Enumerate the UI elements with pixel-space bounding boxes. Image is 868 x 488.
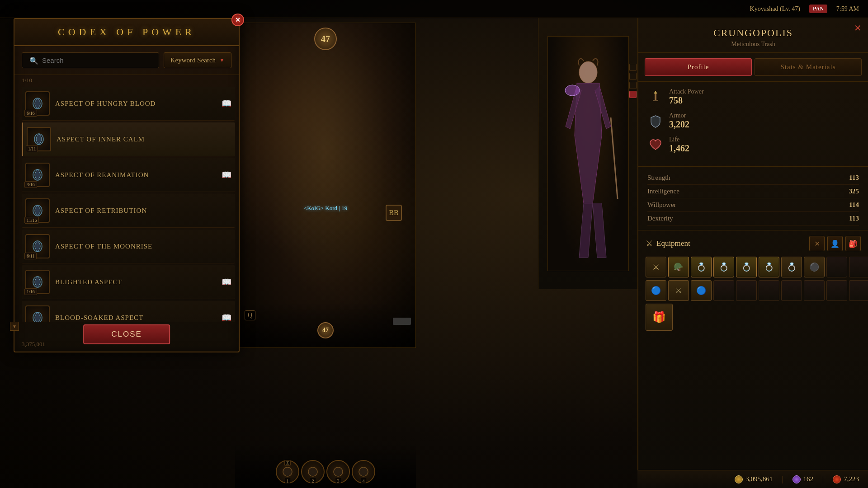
equip-item-icon: 💍 bbox=[738, 258, 755, 276]
armor-value: 3,202 bbox=[669, 119, 859, 130]
scroll-down-button[interactable]: ▼ bbox=[10, 322, 19, 331]
tab-profile[interactable]: Profile bbox=[645, 58, 752, 76]
char-panel-close-button[interactable]: ✕ bbox=[854, 23, 862, 33]
codex-title: CODEX OF POWER bbox=[58, 26, 195, 38]
equip-item-icon-large: 🎁 bbox=[651, 309, 668, 326]
equip-slot[interactable] bbox=[826, 257, 847, 277]
svg-point-15 bbox=[334, 467, 343, 476]
equip-item-icon: ⚔ bbox=[647, 258, 665, 276]
list-item[interactable]: 3/16 ASPECT OF REANIMATION 📖 bbox=[22, 158, 235, 192]
dexterity-label: Dexterity bbox=[647, 215, 673, 222]
search-input[interactable] bbox=[38, 56, 153, 64]
equip-slot[interactable]: 💍 bbox=[713, 257, 734, 277]
attack-power-info: Attack Power 758 bbox=[669, 88, 859, 106]
hotkey-q: Q bbox=[245, 310, 255, 320]
equip-action-btn-1[interactable]: ✕ bbox=[809, 236, 825, 251]
gold-icon bbox=[735, 475, 743, 483]
list-item[interactable]: 6/16 ASPECT OF HUNGRY BLOOD 📖 bbox=[22, 87, 235, 121]
equip-slot[interactable]: 💍 bbox=[759, 257, 779, 277]
life-info: Life 1,462 bbox=[669, 136, 859, 154]
skill-slot-3[interactable]: 3 bbox=[326, 460, 350, 483]
aspect-name: BLIGHTED ASPECT bbox=[55, 278, 216, 286]
equipment-extra-row: 🎁 bbox=[646, 304, 861, 331]
aspect-name: ASPECT OF THE MOONRISE bbox=[55, 243, 231, 250]
aspect-count: 1/11 bbox=[26, 145, 38, 152]
equip-slot[interactable]: ⚔ bbox=[668, 280, 689, 301]
equip-slot[interactable] bbox=[849, 257, 868, 277]
codex-close-x-button[interactable]: ✕ bbox=[231, 14, 244, 26]
equip-item-icon: ⚫ bbox=[806, 258, 823, 276]
aspect-book-icon: 📖 bbox=[222, 170, 231, 180]
equip-slot[interactable] bbox=[804, 280, 825, 301]
aspect-icon: 6/16 bbox=[25, 91, 50, 116]
list-item[interactable]: 1/11 ASPECT OF INNER CALM bbox=[22, 122, 235, 156]
stat-row-armor: Armor 3,202 bbox=[647, 112, 859, 130]
search-icon: 🔍 bbox=[29, 56, 38, 65]
shard-value: 162 bbox=[803, 475, 814, 483]
skill-slot-1[interactable]: Z 1 bbox=[276, 460, 299, 483]
equip-slot[interactable]: 🪖 bbox=[668, 257, 689, 277]
equip-slot[interactable]: ⚔ bbox=[646, 257, 666, 277]
intelligence-label: Intelligence bbox=[647, 188, 679, 195]
tab-stats-materials[interactable]: Stats & Materials bbox=[755, 58, 862, 76]
equip-item-icon: 💍 bbox=[783, 258, 800, 276]
player-badge: PAN bbox=[809, 5, 827, 13]
aspect-icon: 1/16 bbox=[25, 270, 50, 294]
ember-currency: 7,223 bbox=[833, 475, 859, 483]
equipment-actions: ✕ 👤 🎒 bbox=[809, 236, 861, 251]
aspect-count: 6/16 bbox=[24, 110, 37, 117]
equip-slot[interactable]: ⚫ bbox=[804, 257, 825, 277]
character-model-area bbox=[538, 18, 637, 289]
equip-action-btn-3[interactable]: 🎒 bbox=[845, 236, 861, 251]
char-slot-indicator bbox=[629, 82, 637, 89]
aspect-count: 11/16 bbox=[24, 217, 39, 224]
equip-slot[interactable]: 💍 bbox=[691, 257, 712, 277]
equip-action-btn-2[interactable]: 👤 bbox=[827, 236, 843, 251]
list-item[interactable]: 6/11 ASPECT OF THE MOONRISE bbox=[22, 230, 235, 263]
equip-slot-large[interactable]: 🎁 bbox=[646, 304, 673, 331]
close-button[interactable]: Close bbox=[83, 324, 170, 344]
equipment-section: ⚔ Equipment ✕ 👤 🎒 ⚔ 🪖 💍 💍 bbox=[638, 230, 868, 336]
stat-row-attack: Attack Power 758 bbox=[647, 88, 859, 106]
attributes-section: Strength 113 Intelligence 325 Willpower … bbox=[638, 167, 868, 230]
equip-slot[interactable]: 💍 bbox=[781, 257, 802, 277]
aspect-count: 6/11 bbox=[24, 253, 37, 259]
equip-slot[interactable] bbox=[736, 280, 757, 301]
skill-slot-4[interactable]: 4 bbox=[352, 460, 375, 483]
keyword-search-button[interactable]: Keyword Search ▼ bbox=[164, 52, 231, 68]
attack-power-label: Attack Power bbox=[669, 88, 859, 95]
list-item[interactable]: 11/16 ASPECT OF RETRIBUTION bbox=[22, 194, 235, 228]
equip-slot[interactable] bbox=[759, 280, 779, 301]
svg-point-16 bbox=[359, 467, 368, 476]
char-panel-header: CRUNGOPOLIS Meticulous Trash bbox=[638, 18, 868, 53]
aspect-name: BLOOD-SOAKED ASPECT bbox=[55, 314, 216, 322]
equip-slot[interactable] bbox=[713, 280, 734, 301]
codex-title-bar: CODEX OF POWER bbox=[14, 19, 239, 46]
svg-marker-9 bbox=[654, 91, 657, 94]
bottom-action-bar: Z 1 2 3 4 bbox=[235, 443, 416, 488]
equip-item-icon: 🪖 bbox=[670, 258, 687, 276]
attr-row-dexterity: Dexterity 113 bbox=[647, 212, 859, 225]
list-item[interactable]: 9/16 BLOOD-SOAKED ASPECT 📖 bbox=[22, 301, 235, 322]
mini-map-hint bbox=[393, 318, 411, 325]
equipment-grid-row2: 🔵 ⚔ 🔵 bbox=[646, 280, 861, 301]
aspect-book-icon: 📖 bbox=[222, 277, 231, 287]
equip-slot[interactable] bbox=[781, 280, 802, 301]
equipment-title: ⚔ Equipment bbox=[646, 239, 690, 249]
equip-slot[interactable]: 🔵 bbox=[691, 280, 712, 301]
skill-slot-num: 4 bbox=[361, 478, 366, 483]
equip-slot[interactable]: 💍 bbox=[736, 257, 757, 277]
search-box-wrapper: 🔍 bbox=[22, 52, 159, 68]
player-level-bottom: 47 bbox=[317, 322, 334, 338]
equip-slot[interactable]: 🔵 bbox=[646, 280, 666, 301]
attr-row-willpower: Willpower 114 bbox=[647, 198, 859, 212]
currency-separator-1: | bbox=[782, 475, 783, 483]
skill-slot-2[interactable]: 2 bbox=[301, 460, 325, 483]
gold-amount-bottom: 3,375,001 bbox=[22, 341, 45, 348]
strength-value: 113 bbox=[849, 174, 859, 182]
list-item[interactable]: 1/16 BLIGHTED ASPECT 📖 bbox=[22, 265, 235, 299]
equip-slot[interactable] bbox=[826, 280, 847, 301]
intelligence-value: 325 bbox=[849, 188, 859, 195]
equip-slot[interactable] bbox=[849, 280, 868, 301]
hotkey-b-indicator: BB bbox=[386, 205, 402, 221]
